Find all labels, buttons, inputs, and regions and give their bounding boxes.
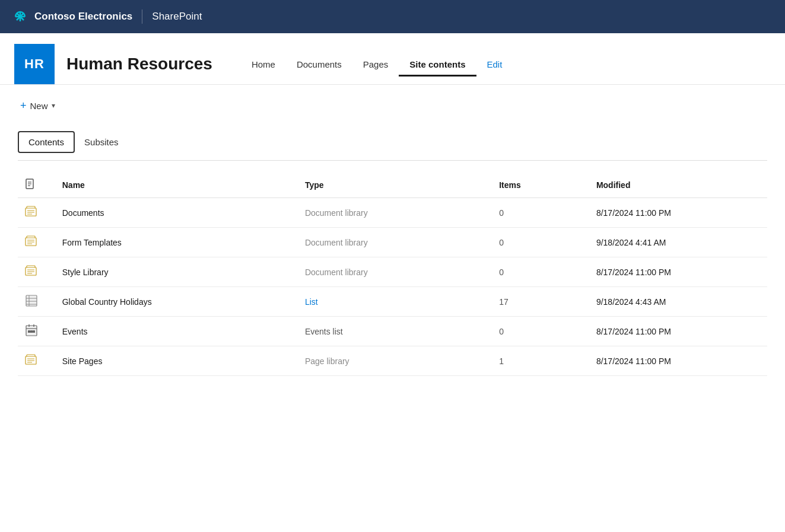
col-header-items: Items — [492, 173, 589, 198]
row-modified: 8/17/2024 11:00 PM — [589, 198, 767, 228]
row-name[interactable]: Style Library — [55, 257, 298, 287]
events-icon — [25, 324, 38, 337]
row-type: List — [298, 287, 492, 317]
svg-rect-33 — [33, 330, 35, 333]
row-items: 0 — [492, 317, 589, 346]
table-row[interactable]: Form Templates Document library 0 9/18/2… — [18, 228, 767, 257]
table-row[interactable]: Style Library Document library 0 8/17/20… — [18, 257, 767, 287]
nav-edit[interactable]: Edit — [476, 52, 513, 77]
row-modified: 9/18/2024 4:43 AM — [589, 287, 767, 317]
row-icon — [18, 198, 55, 228]
nav-divider — [142, 9, 142, 24]
row-type: Document library — [298, 228, 492, 257]
main-content: + New ▾ Contents Subsites — [0, 85, 785, 388]
row-name[interactable]: Form Templates — [55, 228, 298, 257]
row-icon — [18, 346, 55, 376]
row-items: 17 — [492, 287, 589, 317]
row-type: Document library — [298, 257, 492, 287]
chevron-down-icon: ▾ — [52, 101, 55, 110]
row-items: 0 — [492, 257, 589, 287]
row-modified: 9/18/2024 4:41 AM — [589, 228, 767, 257]
company-logo[interactable]: Contoso Electronics — [12, 8, 132, 25]
nav-site-contents[interactable]: Site contents — [399, 52, 476, 77]
row-name[interactable]: Site Pages — [55, 346, 298, 376]
list-icon — [25, 294, 38, 307]
site-header: HR Human Resources Home Documents Pages … — [0, 33, 785, 85]
nav-pages[interactable]: Pages — [352, 52, 399, 77]
document-header-icon — [25, 181, 34, 191]
tab-subsites[interactable]: Subsites — [75, 132, 128, 152]
table-row[interactable]: Events Events list 0 8/17/2024 11:00 PM — [18, 317, 767, 346]
doc-lib-icon — [25, 235, 38, 248]
col-header-icon — [18, 173, 55, 198]
col-header-type: Type — [298, 173, 492, 198]
row-icon — [18, 228, 55, 257]
doc-lib-icon — [25, 205, 38, 218]
table-row[interactable]: Global Country Holidays List 17 9/18/202… — [18, 287, 767, 317]
table-row[interactable]: Documents Document library 0 8/17/2024 1… — [18, 198, 767, 228]
svg-rect-31 — [28, 330, 30, 333]
app-name: SharePoint — [152, 11, 202, 23]
top-bar: Contoso Electronics SharePoint — [0, 0, 785, 33]
row-modified: 8/17/2024 11:00 PM — [589, 257, 767, 287]
row-modified: 8/17/2024 11:00 PM — [589, 317, 767, 346]
row-name[interactable]: Events — [55, 317, 298, 346]
row-items: 0 — [492, 228, 589, 257]
row-icon — [18, 257, 55, 287]
tabs: Contents Subsites — [18, 131, 767, 153]
row-items: 0 — [492, 198, 589, 228]
contoso-logo-icon — [12, 8, 28, 25]
row-name[interactable]: Documents — [55, 198, 298, 228]
row-type: Events list — [298, 317, 492, 346]
site-logo[interactable]: HR — [14, 44, 55, 84]
new-button[interactable]: + New ▾ — [18, 97, 58, 114]
content-table: Name Type Items Modified Documents Doc — [18, 173, 767, 376]
doc-lib-icon — [25, 353, 38, 367]
col-header-modified: Modified — [589, 173, 767, 198]
table-row[interactable]: Site Pages Page library 1 8/17/2024 11:0… — [18, 346, 767, 376]
new-label: New — [30, 101, 48, 111]
nav-documents[interactable]: Documents — [286, 52, 352, 77]
row-items: 1 — [492, 346, 589, 376]
row-icon — [18, 287, 55, 317]
plus-icon: + — [20, 100, 27, 111]
tab-divider — [18, 160, 767, 161]
row-type: Document library — [298, 198, 492, 228]
toolbar: + New ▾ — [18, 97, 767, 114]
svg-rect-32 — [30, 330, 33, 333]
doc-lib-icon — [25, 265, 38, 278]
col-header-name: Name — [55, 173, 298, 198]
site-nav: Home Documents Pages Site contents Edit — [241, 52, 771, 77]
row-icon — [18, 317, 55, 346]
tab-contents[interactable]: Contents — [18, 131, 75, 153]
row-name[interactable]: Global Country Holidays — [55, 287, 298, 317]
nav-home[interactable]: Home — [241, 52, 286, 77]
row-modified: 8/17/2024 11:00 PM — [589, 346, 767, 376]
row-type: Page library — [298, 346, 492, 376]
site-title: Human Resources — [66, 55, 212, 74]
